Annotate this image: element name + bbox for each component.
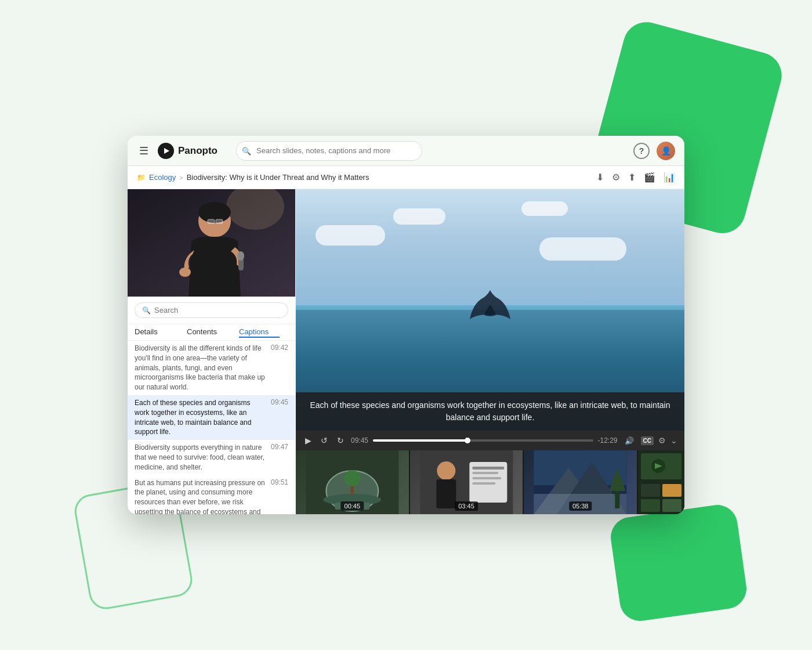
speaker-thumbnail: [128, 189, 295, 297]
share-icon[interactable]: ⬆: [628, 172, 636, 183]
svg-rect-35: [641, 484, 660, 497]
svg-rect-37: [641, 499, 660, 512]
whale-tail: [467, 287, 513, 324]
svg-point-8: [237, 251, 244, 261]
settings-icon[interactable]: ⚙: [612, 172, 620, 183]
svg-rect-36: [662, 484, 682, 497]
thumb-time-2: 03:45: [455, 501, 478, 511]
thumbnail-3[interactable]: 05:38: [524, 450, 637, 514]
thumbnail-strip: 00:45: [296, 450, 684, 514]
subtitle-bar: Each of these species and organisms work…: [296, 392, 684, 431]
play-pause-button[interactable]: ▶: [303, 435, 314, 446]
svg-rect-22: [472, 477, 501, 479]
breadcrumb-current-page: Biodiversity: Why is it Under Threat and…: [187, 173, 369, 182]
progress-dot: [465, 438, 470, 443]
breadcrumb-folder-link[interactable]: Ecology: [149, 173, 176, 182]
svg-point-14: [344, 470, 360, 486]
app-title: Panopto: [178, 145, 217, 157]
global-search-bar[interactable]: 🔍: [236, 141, 422, 161]
svg-rect-18: [436, 479, 456, 508]
expand-button[interactable]: ⌄: [670, 436, 677, 445]
analytics-icon[interactable]: 📊: [664, 172, 675, 183]
cloud-2: [393, 208, 445, 225]
app-frame: ☰ Panopto 🔍 ? 👤 📁 Ecology > Biodiversity…: [128, 136, 684, 514]
thumb-time-3: 05:38: [569, 501, 592, 511]
nav-captions[interactable]: Captions: [239, 327, 280, 338]
nav-details[interactable]: Details: [135, 327, 175, 338]
svg-point-9: [179, 268, 191, 277]
topbar: ☰ Panopto 🔍 ? 👤: [128, 136, 684, 166]
closed-captions-button[interactable]: CC: [641, 436, 654, 445]
svg-point-17: [437, 461, 455, 480]
caption-time-2: 09:47: [271, 443, 288, 451]
caption-item-1[interactable]: Each of these species and organisms work…: [128, 395, 295, 440]
caption-time-3: 09:51: [271, 478, 288, 486]
progress-bar[interactable]: [373, 439, 593, 442]
caption-item-3[interactable]: But as humans put increasing pressure on…: [128, 475, 295, 514]
video-panel: Each of these species and organisms work…: [296, 189, 684, 514]
thumbnail-4[interactable]: [638, 450, 684, 514]
cloud-3: [539, 237, 626, 261]
thumb-time-1: 00:45: [341, 501, 364, 511]
sidebar-search-container: 🔍: [128, 297, 295, 324]
download-icon[interactable]: ⬇: [596, 172, 604, 183]
current-time-display: 09:45: [351, 436, 368, 445]
caption-text-2: Biodiversity supports everything in natu…: [135, 443, 266, 472]
progress-fill: [373, 439, 467, 442]
breadcrumb-actions: ⬇ ⚙ ⬆ 🎬 📊: [596, 172, 675, 183]
rewind-button[interactable]: ↺: [318, 435, 330, 446]
cloud-1: [316, 225, 385, 245]
svg-rect-23: [472, 482, 495, 485]
hamburger-menu-icon[interactable]: ☰: [137, 142, 151, 160]
caption-text-1: Each of these species and organisms work…: [135, 398, 266, 437]
search-icon: 🔍: [242, 146, 251, 155]
breadcrumb-separator: >: [179, 174, 183, 181]
thumbnail-2[interactable]: 03:45: [410, 450, 523, 514]
sidebar-search-icon: 🔍: [142, 306, 151, 315]
panopto-logo-icon: [158, 143, 174, 159]
cloud-4: [521, 201, 568, 216]
svg-rect-21: [472, 472, 498, 474]
total-time-display: -12:29: [598, 436, 618, 445]
user-avatar[interactable]: 👤: [657, 142, 675, 160]
thumbnail-1[interactable]: 00:45: [296, 450, 409, 514]
nav-contents[interactable]: Contents: [187, 327, 227, 338]
video-settings-button[interactable]: ⚙: [658, 436, 666, 445]
caption-text-0: Biodiversity is all the different kinds …: [135, 344, 266, 392]
video-controls: ▶ ↺ ↻ 09:45 -12:29 🔊 CC ⚙ ⌄: [296, 431, 684, 450]
svg-rect-38: [662, 499, 682, 512]
svg-rect-20: [472, 467, 504, 470]
caption-text-3: But as humans put increasing pressure on…: [135, 478, 266, 514]
main-content: 🔍 Details Contents Captions Biodiversity…: [128, 189, 684, 514]
sidebar: 🔍 Details Contents Captions Biodiversity…: [128, 189, 296, 514]
video-main[interactable]: Each of these species and organisms work…: [296, 189, 684, 431]
breadcrumb: 📁 Ecology > Biodiversity: Why is it Unde…: [137, 173, 369, 182]
forward-button[interactable]: ↻: [335, 435, 346, 446]
logo: Panopto: [158, 143, 217, 159]
caption-time-1: 09:45: [271, 398, 288, 406]
folder-icon: 📁: [137, 174, 146, 182]
svg-rect-5: [208, 219, 215, 223]
subtitle-text: Each of these species and organisms work…: [307, 399, 673, 424]
caption-item-2[interactable]: Biodiversity supports everything in natu…: [128, 440, 295, 475]
captions-icon[interactable]: 🎬: [644, 172, 655, 183]
sidebar-search-input[interactable]: [154, 306, 281, 315]
bg-shape-bottom-right: [608, 503, 749, 624]
sidebar-search-box[interactable]: 🔍: [135, 302, 288, 318]
breadcrumb-bar: 📁 Ecology > Biodiversity: Why is it Unde…: [128, 166, 684, 189]
help-button[interactable]: ?: [633, 143, 650, 159]
caption-item-0[interactable]: Biodiversity is all the different kinds …: [128, 341, 295, 395]
caption-time-0: 09:42: [271, 344, 288, 352]
global-search-input[interactable]: [236, 141, 422, 161]
nav-items: Details Contents Captions Biodiversity i…: [128, 324, 295, 514]
svg-rect-6: [216, 219, 223, 223]
volume-button[interactable]: 🔊: [622, 436, 636, 446]
